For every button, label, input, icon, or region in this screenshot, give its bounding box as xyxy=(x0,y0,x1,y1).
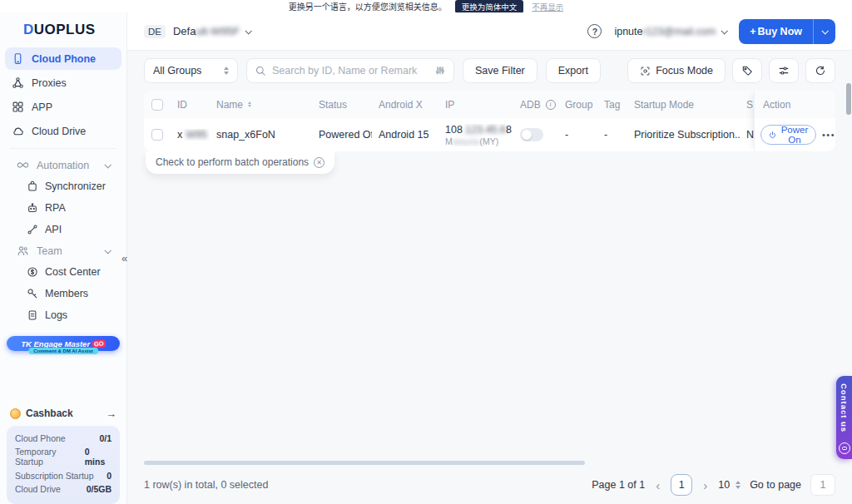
cell-group: - xyxy=(558,129,597,141)
quota-label: Cloud Phone xyxy=(15,433,66,443)
col-name-label: Name xyxy=(216,99,243,111)
cloud-drive-icon xyxy=(12,125,24,137)
select-arrows-icon xyxy=(736,481,741,489)
workspace-dropdown[interactable]: Default-W95F xyxy=(173,25,250,37)
quota-value: 0/1 xyxy=(99,433,111,443)
close-icon[interactable]: ✕ xyxy=(314,157,324,168)
chevron-down-icon xyxy=(245,27,252,34)
sidebar: DUOPLUS Cloud Phone Proxies APP Cloud Dr… xyxy=(0,12,127,504)
contact-us-tab[interactable]: Contact us xyxy=(836,376,852,459)
sidebar-item-cloud-phone[interactable]: Cloud Phone xyxy=(5,47,121,70)
prev-page-button[interactable]: ‹ xyxy=(654,478,661,492)
automation-icon xyxy=(17,159,29,171)
vertical-scrollbar-thumb[interactable] xyxy=(846,83,851,115)
search-input[interactable] xyxy=(272,65,428,77)
goto-page-label: Go to page xyxy=(750,479,801,491)
sidebar-item-rpa[interactable]: RPA xyxy=(5,197,121,219)
sidebar-item-logs[interactable]: Logs xyxy=(5,304,121,326)
ip-location-suffix: (MY) xyxy=(479,136,498,146)
power-on-button[interactable]: Power On xyxy=(760,125,816,145)
table-footer: 1 row(s) in total, 0 selected Page 1 of … xyxy=(144,472,835,504)
team-icon xyxy=(17,245,29,257)
promo-go-badge: GO xyxy=(92,339,106,348)
account-name-blurred: r123@mail.com xyxy=(642,26,716,37)
switch-language-button[interactable]: 更换为简体中文 xyxy=(455,0,524,13)
quota-cloud-phone: Cloud Phone 0/1 xyxy=(15,433,111,443)
members-key-icon xyxy=(27,288,38,299)
sidebar-item-synchronizer[interactable]: Synchronizer xyxy=(5,175,121,197)
sidebar-item-label: Synchronizer xyxy=(45,180,106,192)
horizontal-scrollbar-thumb[interactable] xyxy=(144,461,585,465)
cell-name: snap_x6FoN xyxy=(210,129,312,141)
ip-text-suffix: 8 xyxy=(506,124,512,136)
group-filter-value: All Groups xyxy=(153,65,201,77)
sidebar-item-label: API xyxy=(45,224,62,235)
cashback-link[interactable]: Cashback → xyxy=(10,408,116,420)
id-text-blurred: W95 xyxy=(186,129,207,141)
column-settings-button[interactable] xyxy=(769,58,799,83)
focus-mode-button[interactable]: Focus Mode xyxy=(627,58,726,83)
page-info: Page 1 of 1 xyxy=(592,479,645,491)
sidebar-item-label: APP xyxy=(32,101,52,113)
cloud-phone-icon xyxy=(12,52,24,65)
sidebar-item-cost-center[interactable]: Cost Center xyxy=(5,261,121,283)
quota-label: Cloud Drive xyxy=(15,484,61,494)
info-icon[interactable]: i xyxy=(546,100,556,110)
quota-cloud-drive: Cloud Drive 0/5GB xyxy=(15,484,111,494)
sidebar-section-team[interactable]: Team xyxy=(5,240,121,261)
synchronizer-icon xyxy=(27,180,38,192)
app-grid-icon xyxy=(12,101,24,113)
power-on-label: Power On xyxy=(780,125,809,145)
buy-now-caret-button[interactable] xyxy=(814,19,835,44)
quota-value: 0/5GB xyxy=(87,484,111,494)
select-all-checkbox[interactable] xyxy=(151,99,163,111)
buy-now-label: Buy Now xyxy=(758,26,802,37)
adb-toggle[interactable] xyxy=(520,128,543,141)
duoplus-logo: DUOPLUS xyxy=(0,12,126,46)
table-header-row: ID Name Status Android X IP ADB i Group … xyxy=(144,91,835,118)
language-badge[interactable]: DE xyxy=(144,25,166,38)
top-header: DE Default-W95F ? ipnuter123@mail.com + xyxy=(127,12,852,51)
col-group: Group xyxy=(558,99,597,111)
col-name[interactable]: Name xyxy=(210,99,312,111)
sidebar-item-label: Cloud Phone xyxy=(32,53,96,65)
sidebar-item-proxies[interactable]: Proxies xyxy=(5,72,121,94)
sidebar-section-automation[interactable]: Automation xyxy=(5,155,121,175)
refresh-icon xyxy=(815,65,826,77)
sidebar-item-api[interactable]: API xyxy=(5,219,121,240)
coin-icon xyxy=(10,408,21,419)
sidebar-collapse-button[interactable]: « xyxy=(121,252,127,264)
account-dropdown[interactable]: ipnuter123@mail.com xyxy=(614,26,726,37)
sidebar-item-cloud-drive[interactable]: Cloud Drive xyxy=(5,120,121,142)
search-filter-icon[interactable] xyxy=(434,65,446,77)
page-size-value: 10 xyxy=(718,479,730,491)
row-count-summary: 1 row(s) in total, 0 selected xyxy=(144,479,268,491)
goto-page-input[interactable] xyxy=(810,474,835,496)
cost-center-icon xyxy=(27,266,38,278)
more-actions-button[interactable]: ••• xyxy=(822,130,835,140)
sidebar-item-label: RPA xyxy=(45,202,66,214)
group-filter-select[interactable]: All Groups xyxy=(144,58,238,83)
current-page-button[interactable]: 1 xyxy=(671,474,692,496)
row-checkbox[interactable] xyxy=(151,129,163,141)
sort-icon xyxy=(248,101,251,107)
ip-text: 108 xyxy=(445,124,463,136)
col-status: Status xyxy=(312,99,372,111)
dismiss-banner-link[interactable]: 不再显示 xyxy=(532,1,563,12)
search-icon xyxy=(255,65,266,77)
promo-title: TK Engage Master xyxy=(21,339,90,348)
col-adb-label: ADB xyxy=(520,99,541,111)
tk-engage-master-banner[interactable]: TK Engage Master GO Comment & DM AI Assi… xyxy=(7,336,120,358)
tag-manager-button[interactable] xyxy=(732,58,762,83)
export-button[interactable]: Export xyxy=(546,58,601,83)
quota-panel: Cloud Phone 0/1 Temporary Startup 0 mins… xyxy=(7,426,120,504)
id-text: x xyxy=(177,129,182,141)
page-size-select[interactable]: 10 xyxy=(718,479,741,491)
sidebar-item-members[interactable]: Members xyxy=(5,283,121,304)
save-filter-button[interactable]: Save Filter xyxy=(463,58,537,83)
next-page-button[interactable]: › xyxy=(701,478,709,492)
sidebar-item-app[interactable]: APP xyxy=(5,96,121,118)
help-icon[interactable]: ? xyxy=(587,24,602,38)
refresh-button[interactable] xyxy=(805,58,835,83)
buy-now-button[interactable]: + Buy Now xyxy=(739,19,813,44)
